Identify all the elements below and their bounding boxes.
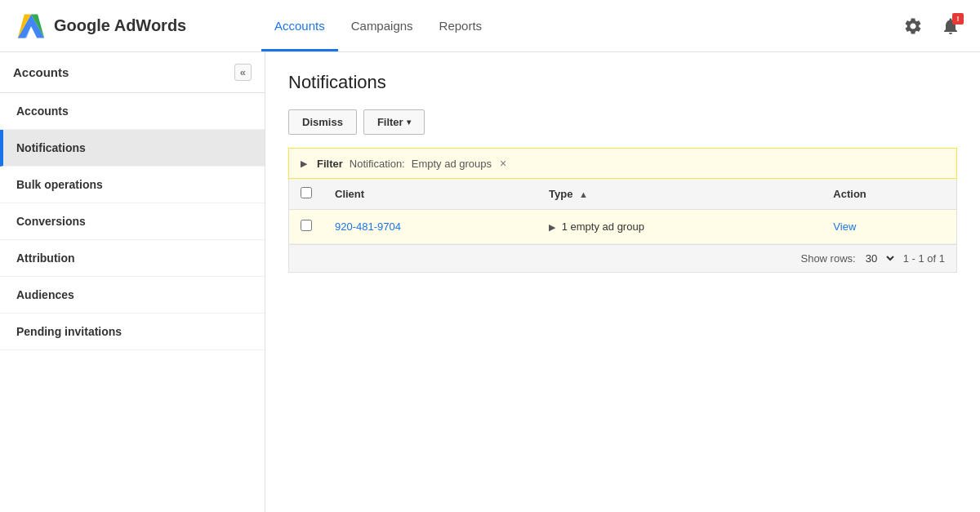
action-column-header: Action [822, 179, 956, 210]
row-action-cell: View [822, 210, 956, 244]
type-expand-icon[interactable]: ▶ [549, 222, 555, 232]
filter-type-label: Notification: [350, 158, 405, 170]
row-checkbox-cell[interactable] [289, 210, 323, 244]
sidebar-item-audiences[interactable]: Audiences [0, 277, 265, 314]
sidebar-item-notifications[interactable]: Notifications [0, 130, 265, 167]
notifications-bell-icon[interactable]: ! [938, 13, 964, 39]
adwords-logo-icon [16, 11, 46, 41]
table-header-row: Client Type ▲ Action [289, 179, 956, 210]
filter-button-label: Filter [377, 116, 403, 128]
notifications-table: Client Type ▲ Action 920-4 [289, 179, 956, 244]
client-column-header: Client [323, 179, 537, 210]
main-content: Notifications Dismiss Filter ▾ ▶ Filter … [265, 52, 980, 512]
dismiss-button[interactable]: Dismiss [288, 109, 357, 135]
logo-text: Google AdWords [54, 16, 186, 35]
sidebar-item-pending-invitations[interactable]: Pending invitations [0, 314, 265, 350]
type-column-header[interactable]: Type ▲ [537, 179, 822, 210]
sidebar-item-conversions[interactable]: Conversions [0, 203, 265, 240]
toolbar: Dismiss Filter ▾ [288, 109, 957, 135]
sidebar-item-attribution[interactable]: Attribution [0, 240, 265, 277]
sidebar-title: Accounts [13, 65, 69, 79]
filter-value-label: Empty ad groups [412, 158, 492, 170]
select-all-header[interactable] [289, 179, 323, 210]
sidebar-header: Accounts « [0, 52, 265, 93]
show-rows-label: Show rows: [800, 252, 855, 265]
sidebar-item-accounts[interactable]: Accounts [0, 93, 265, 130]
sidebar-collapse-button[interactable]: « [234, 64, 252, 81]
action-view-link[interactable]: View [833, 220, 856, 233]
filter-dropdown-arrow-icon: ▾ [407, 118, 411, 127]
logo-area: Google AdWords [16, 11, 261, 41]
page-title: Notifications [288, 72, 957, 93]
settings-icon[interactable] [902, 15, 924, 38]
rows-per-page-select[interactable]: 30 50 100 [862, 252, 897, 265]
row-checkbox[interactable] [301, 220, 312, 231]
bell-badge: ! [952, 13, 964, 24]
type-sort-icon: ▲ [579, 189, 588, 199]
table-row: 920-481-9704 ▶ 1 empty ad group View [289, 210, 956, 244]
main-nav: Accounts Campaigns Reports [261, 0, 902, 51]
table-footer: Show rows: 30 50 100 1 - 1 of 1 [289, 244, 956, 272]
type-text: 1 empty ad group [562, 220, 644, 233]
pagination-info: 1 - 1 of 1 [903, 252, 945, 265]
filter-word-label: Filter [317, 158, 343, 170]
client-link[interactable]: 920-481-9704 [335, 220, 401, 233]
sidebar: Accounts « Accounts Notifications Bulk o… [0, 52, 265, 512]
header: Google AdWords Accounts Campaigns Report… [0, 0, 980, 52]
sidebar-item-bulk-operations[interactable]: Bulk operations [0, 167, 265, 203]
notifications-table-wrap: Client Type ▲ Action 920-4 [288, 179, 957, 273]
row-client-cell: 920-481-9704 [323, 210, 537, 244]
row-type-cell: ▶ 1 empty ad group [537, 210, 822, 244]
filter-close-icon[interactable]: × [500, 157, 506, 170]
select-all-checkbox[interactable] [301, 187, 312, 198]
page-layout: Accounts « Accounts Notifications Bulk o… [0, 52, 980, 512]
filter-toggle-icon[interactable]: ▶ [301, 158, 307, 169]
filter-bar: ▶ Filter Notification: Empty ad groups × [288, 148, 957, 179]
header-actions: ! [902, 13, 964, 39]
nav-item-reports[interactable]: Reports [426, 0, 496, 51]
filter-button[interactable]: Filter ▾ [363, 109, 425, 135]
nav-item-campaigns[interactable]: Campaigns [338, 0, 426, 51]
nav-item-accounts[interactable]: Accounts [261, 0, 338, 51]
